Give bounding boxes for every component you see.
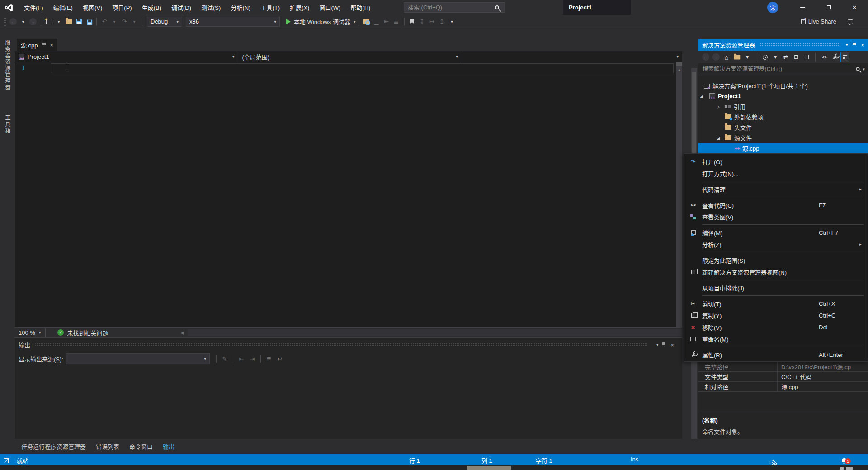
status-character[interactable]: 字符 1 [536,456,552,465]
word-wrap-icon[interactable]: ↩ [274,356,285,362]
menu-item-analyze[interactable]: 分析(Z)▸ [684,238,868,250]
tab-task-runner-explorer[interactable]: 任务运行程序资源管理器 [17,442,90,451]
tree-row-project[interactable]: ◢ Project1 [698,91,868,101]
se-back-button[interactable]: ← [701,52,710,62]
editor-zoom-level[interactable]: 100 % [19,329,35,336]
expander-closed-icon[interactable]: ▷ [716,104,721,109]
redo-button[interactable]: ↷ [119,16,129,27]
menu-item-code-cleanup[interactable]: 代码清理▸ [684,183,868,195]
step-over-button[interactable]: ↦ [427,16,437,27]
save-all-button[interactable] [84,16,94,27]
sidebar-tab-server-explorer[interactable]: 服务器资源管理器 [4,40,11,90]
next-message-icon[interactable]: ⇥ [247,356,258,362]
find-message-icon[interactable]: ✎ [219,356,230,362]
bottom-scrollbar-thumb[interactable] [467,466,511,470]
menu-view[interactable]: 视图(V) [78,0,107,15]
zoom-dropdown-icon[interactable]: ▾ [39,330,41,335]
feedback-button[interactable] [845,16,855,27]
menu-item-view-code[interactable]: <> 查看代码(C)F7 [684,199,868,211]
bookmark-button[interactable] [407,16,417,27]
user-avatar[interactable]: 宋 [767,2,778,13]
attach-to-process-button[interactable] [362,16,372,27]
property-row-relative-path[interactable]: 相对路径 源.cpp [698,382,868,392]
menu-window[interactable]: 窗口(W) [314,0,345,15]
properties-pages-button[interactable] [802,52,811,62]
navigate-forward-button[interactable]: → [28,16,38,27]
search-options-dropdown[interactable]: ▾ [863,67,865,71]
new-project-dropdown[interactable]: ▾ [54,16,64,27]
nav-scope-dropdown[interactable]: (全局范围) ▾ [238,51,462,62]
window-position-dropdown-icon[interactable]: ▾ [846,43,848,47]
code-editor[interactable] [15,62,676,327]
save-button[interactable] [74,16,84,27]
step-into-button[interactable]: ↧ [417,16,427,27]
close-panel-icon[interactable]: × [861,42,864,48]
menu-item-open-with[interactable]: 打开方式(N)... [684,167,868,179]
pin-tab-icon[interactable] [42,42,46,47]
pending-changes-filter-button[interactable] [760,52,769,62]
status-column[interactable]: 列 1 [481,456,492,465]
tree-row-references[interactable]: ▷ 引用 [698,101,868,112]
solution-explorer-title-bar[interactable]: 解决方案资源管理器 ▾ × [698,39,868,51]
menu-item-view-class-diagram[interactable]: 查看类图(V) [684,211,868,223]
editor-vertical-scrollbar[interactable]: ▲ [676,62,682,327]
tree-row-solution[interactable]: 解决方案“Project1”(1 个项目/共 1 个) [698,81,868,91]
home-button[interactable]: ⌂ [722,52,731,62]
toolbar-overflow-dropdown[interactable]: ▾ [447,16,457,27]
open-file-button[interactable] [64,16,74,27]
tree-row-source-cpp[interactable]: ++ 源.cpp [698,143,868,153]
preview-selected-items-toggle[interactable] [840,52,849,62]
stop-debugging-button[interactable]: ⇤ [382,16,392,27]
maximize-button[interactable] [819,0,839,15]
hscroll-left-icon[interactable]: ◀ [180,330,184,335]
toolbar-grip[interactable] [4,18,6,26]
property-row-file-type[interactable]: 文件类型 C/C++ 代码 [698,372,868,382]
tree-row-source-files[interactable]: ◢ 源文件 [698,133,868,143]
menu-extensions[interactable]: 扩展(X) [285,0,314,15]
undo-button[interactable]: ↶ [99,16,109,27]
start-debugging-button[interactable]: 本地 Windows 调试器 ▾ [286,16,356,27]
se-forward-button[interactable]: → [712,52,721,62]
menu-item-exclude-from-project[interactable]: 从项目中排除(J) [684,282,868,294]
switch-views-dropdown[interactable]: ▾ [743,52,752,62]
solution-platform-combo[interactable]: x86▾ [186,17,280,27]
expander-open-icon[interactable]: ◢ [716,136,721,140]
menu-item-open[interactable]: ↷ 打开(O) [684,156,868,167]
restart-button[interactable]: ≣ [392,16,401,27]
property-row-full-path[interactable]: 完整路径 D:\vs2019\c\Project1\源.cp [698,362,868,372]
tab-output[interactable]: 输出 [158,442,179,451]
menu-project[interactable]: 项目(P) [107,0,137,15]
menu-item-copy[interactable]: 复制(Y)Ctrl+C [684,309,868,321]
filter-dropdown[interactable]: ▾ [771,52,780,62]
break-all-button[interactable]: ▁ [372,16,382,27]
navigate-back-dropdown[interactable]: ▾ [18,16,28,27]
nav-member-dropdown[interactable]: ▾ [462,51,682,62]
tab-command-window[interactable]: 命令窗口 [125,442,157,451]
redo-dropdown[interactable]: ▾ [129,16,139,27]
previous-message-icon[interactable]: ⇤ [236,356,247,362]
undo-dropdown[interactable]: ▾ [109,16,119,27]
menu-item-rename[interactable]: 重命名(M) [684,333,868,345]
close-tab-icon[interactable]: × [50,42,54,48]
document-tab[interactable]: 源.cpp × [17,39,57,51]
properties-button[interactable] [830,52,839,62]
solution-search-input[interactable] [702,66,856,73]
sync-with-active-document-button[interactable]: ⇄ [781,52,790,62]
editor-horizontal-scrollbar[interactable] [188,329,682,336]
menu-item-remove[interactable]: × 移除(V)Del [684,321,868,333]
expander-open-icon[interactable]: ◢ [698,94,704,99]
pin-panel-icon[interactable] [662,342,666,347]
health-status-text[interactable]: 未找到相关问题 [67,328,108,337]
quick-search-box[interactable] [404,2,505,13]
tab-error-list[interactable]: 错误列表 [91,442,124,451]
step-out-button[interactable]: ↥ [437,16,447,27]
menu-item-properties[interactable]: 属性(R)Alt+Enter [684,349,868,361]
menu-help[interactable]: 帮助(H) [345,0,375,15]
quick-search-input[interactable] [404,4,495,11]
sidebar-tab-toolbox[interactable]: 工具箱 [4,115,11,134]
navigate-back-button[interactable]: ← [8,16,18,27]
minimize-button[interactable] [793,0,812,15]
view-code-button[interactable]: <> [820,52,829,62]
menu-item-new-solution-explorer-view[interactable]: 新建解决方案资源管理器视图(N) [684,266,868,278]
close-panel-icon[interactable]: × [670,342,674,348]
